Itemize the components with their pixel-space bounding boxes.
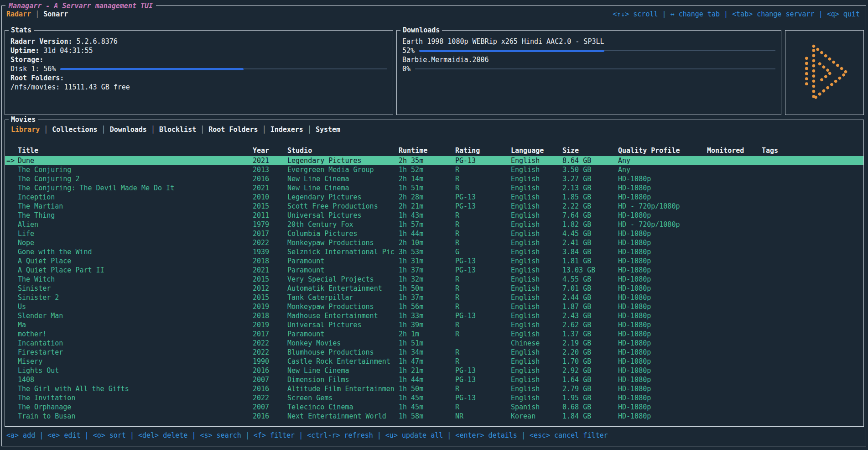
movie-year-cell: 2007 xyxy=(253,403,287,412)
servarr-tabs: Radarr│Sonarr xyxy=(6,10,68,19)
root-folders-header: Root Folders: xyxy=(10,73,387,83)
movie-row[interactable]: The Invitation 2022 Screen Gems 1h 45m P… xyxy=(5,393,863,403)
selection-marker xyxy=(6,311,18,320)
bottom-help-bar: <a> add | <e> edit | <o> sort | <del> de… xyxy=(6,431,608,440)
movie-row[interactable]: Alien 1979 20th Century Fox 1h 57m R Eng… xyxy=(5,220,863,229)
movie-row[interactable]: Misery 1990 Castle Rock Entertainment 1h… xyxy=(5,357,863,366)
movie-title-cell: A Quiet Place xyxy=(18,256,253,266)
movie-row[interactable]: The Conjuring: The Devil Made Me Do It 2… xyxy=(5,183,863,193)
servarr-tab-radarr[interactable]: Radarr xyxy=(6,10,31,19)
movie-row[interactable]: A Quiet Place 2018 Paramount 1h 31m PG-1… xyxy=(5,256,863,266)
movie-tags-cell xyxy=(762,412,863,421)
movie-rating-cell: PG-13 xyxy=(455,393,511,403)
monitored-cell xyxy=(707,156,762,165)
movie-title-cell: Life xyxy=(18,229,253,238)
movie-row[interactable]: Gone with the Wind 1939 Selznick Interna… xyxy=(5,247,863,256)
movie-size-cell: 1.87 GB xyxy=(562,302,618,311)
movie-quality-profile-cell: HD-1080p xyxy=(618,275,707,284)
movie-row[interactable]: mother! 2017 Paramount 2h 1m R English 1… xyxy=(5,330,863,339)
selection-marker xyxy=(6,375,18,384)
movie-row[interactable]: The Martian 2015 Scott Free Productions … xyxy=(5,202,863,211)
movie-language-cell: English xyxy=(511,256,562,266)
movie-tags-cell xyxy=(762,284,863,293)
movie-size-cell: 3.27 GB xyxy=(562,174,618,183)
monitored-cell xyxy=(707,357,762,366)
movie-rating-cell: R xyxy=(455,183,511,193)
movie-runtime-cell: 1h 50m xyxy=(399,284,455,293)
tab-separator: │ xyxy=(200,126,204,134)
tab-root-folders[interactable]: Root Folders xyxy=(208,126,258,134)
tab-downloads[interactable]: Downloads xyxy=(110,126,147,134)
movie-language-cell: Chinese xyxy=(511,339,562,348)
disk-usage-gauge xyxy=(60,68,387,70)
movie-year-cell: 2010 xyxy=(253,193,287,202)
selection-marker xyxy=(6,256,18,266)
movie-year-cell: 2018 xyxy=(253,311,287,320)
movie-row[interactable]: Inception 2010 Legendary Pictures 2h 28m… xyxy=(5,193,863,202)
movie-row[interactable]: Life 2017 Columbia Pictures 1h 44m R Eng… xyxy=(5,229,863,238)
movie-quality-profile-cell: HD-1080p xyxy=(618,183,707,193)
movie-row[interactable]: The Thing 2011 Universal Pictures 1h 43m… xyxy=(5,211,863,220)
root-folder-line: /nfs/movies: 11511.43 GB free xyxy=(10,83,387,92)
version-value: 5.2.6.8376 xyxy=(76,37,117,46)
movie-row[interactable]: The Orphanage 2007 Telecinco Cinema 1h 4… xyxy=(5,403,863,412)
movie-studio-cell: Dimension Films xyxy=(287,375,399,384)
movie-row[interactable]: => Dune 2021 Legendary Pictures 2h 35m P… xyxy=(5,156,863,165)
movie-row[interactable]: The Conjuring 2013 Evergreen Media Group… xyxy=(5,165,863,174)
movie-row[interactable]: Incantation 2022 Monkey Movies 1h 51m Ch… xyxy=(5,339,863,348)
movie-row[interactable]: Sinister 2012 Automatik Entertainment 1h… xyxy=(5,284,863,293)
selection-marker xyxy=(6,412,18,421)
tab-blocklist[interactable]: Blocklist xyxy=(159,126,196,134)
movie-title-cell: Alien xyxy=(18,220,253,229)
movie-studio-cell: Universal Pictures xyxy=(287,320,399,330)
movie-language-cell: English xyxy=(511,384,562,393)
movie-row[interactable]: Train to Busan 2016 Next Entertainment W… xyxy=(5,412,863,421)
tab-indexers[interactable]: Indexers xyxy=(270,126,303,134)
movie-tags-cell xyxy=(762,247,863,256)
monitored-cell xyxy=(707,384,762,393)
selection-marker xyxy=(6,384,18,393)
movie-row[interactable]: Sinister 2 2015 Tank Caterpillar 1h 37m … xyxy=(5,293,863,302)
movie-size-cell: 4.55 GB xyxy=(562,275,618,284)
movie-row[interactable]: Slender Man 2018 Madhouse Entertainment … xyxy=(5,311,863,320)
root-folders-label: Root Folders: xyxy=(10,73,64,83)
tab-system[interactable]: System xyxy=(316,126,340,134)
movie-tags-cell xyxy=(762,165,863,174)
movie-row[interactable]: Nope 2022 Monkeypaw Productions 2h 10m R… xyxy=(5,238,863,247)
movie-title-cell: The Witch xyxy=(18,275,253,284)
movie-row[interactable]: The Girl with All the Gifts 2016 Altitud… xyxy=(5,384,863,393)
movie-tags-cell xyxy=(762,330,863,339)
movie-row[interactable]: A Quiet Place Part II 2021 Paramount 1h … xyxy=(5,266,863,275)
movie-row[interactable]: Ma 2019 Universal Pictures 1h 39m R Engl… xyxy=(5,320,863,330)
disk-gauge-track xyxy=(244,68,387,69)
movie-language-cell: English xyxy=(511,275,562,284)
selection-marker xyxy=(6,193,18,202)
movie-quality-profile-cell: HD-1080p xyxy=(618,174,707,183)
movie-row[interactable]: Lights Out 2016 New Line Cinema 1h 21m P… xyxy=(5,366,863,375)
monitored-cell xyxy=(707,302,762,311)
tab-library[interactable]: Library xyxy=(11,126,40,134)
movie-title-cell: Lights Out xyxy=(18,366,253,375)
tab-collections[interactable]: Collections xyxy=(52,126,97,134)
movie-language-cell: English xyxy=(511,238,562,247)
movie-row[interactable]: The Conjuring 2 2016 New Line Cinema 2h … xyxy=(5,174,863,183)
selection-marker xyxy=(6,393,18,403)
movie-title-cell: Ma xyxy=(18,320,253,330)
servarr-tab-sonarr[interactable]: Sonarr xyxy=(43,10,68,19)
movie-row[interactable]: Us 2019 Monkeypaw Productions 1h 56m R E… xyxy=(5,302,863,311)
movie-year-cell: 2011 xyxy=(253,211,287,220)
movie-row[interactable]: 1408 2007 Dimension Films 1h 44m PG-13 E… xyxy=(5,375,863,384)
movie-quality-profile-cell: HD-1080p xyxy=(618,393,707,403)
movie-language-cell: English xyxy=(511,293,562,302)
movie-title-cell: Slender Man xyxy=(18,311,253,320)
movie-row[interactable]: The Witch 2015 Very Special Projects 1h … xyxy=(5,275,863,284)
movie-tags-cell xyxy=(762,311,863,320)
movie-runtime-cell: 2h 21m xyxy=(399,202,455,211)
movie-row[interactable]: Firestarter 2022 Blumhouse Productions 1… xyxy=(5,348,863,357)
movie-size-cell: 2.44 GB xyxy=(562,293,618,302)
movie-tags-cell xyxy=(762,202,863,211)
disk-usage-label: Disk 1: 56% xyxy=(10,64,56,73)
movie-runtime-cell: 3h 53m xyxy=(399,247,455,256)
stats-panel: Stats Radarr Version: 5.2.6.8376 Uptime:… xyxy=(5,30,393,115)
movie-tags-cell xyxy=(762,266,863,275)
